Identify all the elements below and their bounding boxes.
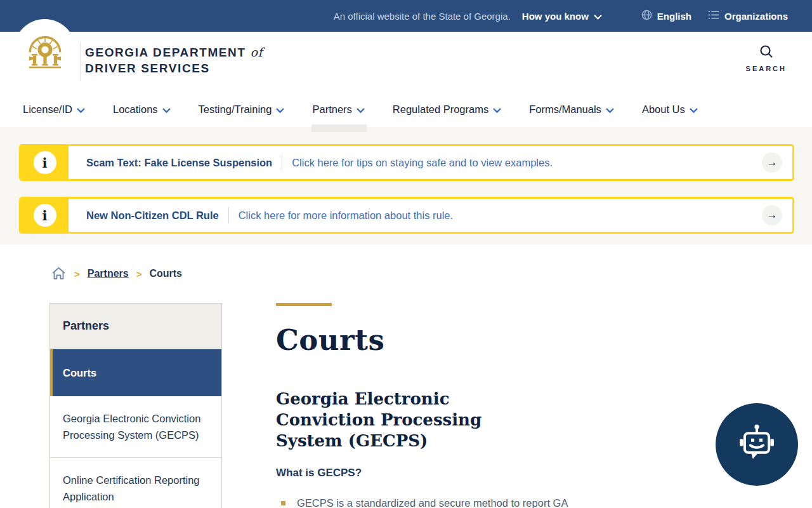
chevron-down-icon bbox=[162, 104, 171, 116]
nav-label: Regulated Programs bbox=[393, 104, 488, 116]
georgia-arch-icon bbox=[24, 28, 66, 72]
bullet-text: GECPS is a standardized and secure metho… bbox=[297, 495, 593, 508]
robot-chat-icon bbox=[734, 420, 780, 469]
breadcrumb-separator: > bbox=[74, 269, 80, 279]
chevron-down-icon bbox=[77, 104, 85, 116]
section-sidebar: Partners Courts Georgia Electronic Convi… bbox=[49, 303, 222, 508]
chevron-down-icon bbox=[594, 11, 602, 22]
brand-of: of bbox=[251, 45, 263, 59]
globe-icon bbox=[641, 10, 652, 22]
search-button[interactable]: SEARCH bbox=[746, 44, 787, 72]
nav-item-regulated-programs[interactable]: Regulated Programs bbox=[393, 92, 501, 127]
alert-title: New Non-Citizen CDL Rule bbox=[86, 210, 219, 222]
nav-label: Locations bbox=[113, 104, 158, 116]
nav-label: Forms/Manuals bbox=[529, 104, 601, 116]
nav-item-partners[interactable]: Partners bbox=[312, 92, 364, 127]
nav-item-license-id[interactable]: License/ID bbox=[23, 92, 85, 127]
breadcrumb-link-partners[interactable]: Partners bbox=[88, 268, 129, 279]
nav-label: Testing/Training bbox=[199, 104, 272, 116]
search-label: SEARCH bbox=[746, 65, 787, 72]
search-icon bbox=[759, 44, 774, 62]
alert-banner-cdl-rule[interactable]: i New Non-Citizen CDL Rule Click here fo… bbox=[19, 197, 794, 234]
chevron-down-icon bbox=[606, 104, 614, 116]
info-icon: i bbox=[34, 151, 56, 174]
nav-item-testing-training[interactable]: Testing/Training bbox=[199, 92, 285, 127]
alert-title: Scam Text: Fake License Suspension bbox=[86, 157, 272, 169]
list-item: GECPS is a standardized and secure metho… bbox=[276, 495, 593, 508]
language-selector[interactable]: English bbox=[641, 10, 691, 22]
chevron-down-icon bbox=[276, 104, 284, 116]
list-icon bbox=[708, 10, 719, 22]
page-title: Courts bbox=[276, 323, 622, 357]
gecps-bullet-list: GECPS is a standardized and secure metho… bbox=[276, 495, 593, 508]
alert-accent-block: i bbox=[21, 199, 69, 232]
how-you-know-label: How you know bbox=[522, 11, 589, 22]
language-label: English bbox=[657, 11, 691, 22]
official-website-text: An official website of the State of Geor… bbox=[334, 11, 511, 22]
sidebar-item-courts[interactable]: Courts bbox=[50, 349, 221, 396]
square-bullet-icon bbox=[281, 501, 285, 505]
alert-accent-block: i bbox=[21, 146, 69, 179]
nav-item-forms-manuals[interactable]: Forms/Manuals bbox=[529, 92, 614, 127]
sidebar-item-gecps[interactable]: Georgia Electronic Conviction Processing… bbox=[50, 396, 221, 458]
organizations-menu[interactable]: Organizations bbox=[708, 10, 788, 22]
alert-banner-scam-text[interactable]: i Scam Text: Fake License Suspension Cli… bbox=[19, 144, 794, 181]
nav-label: About Us bbox=[642, 104, 685, 116]
gold-accent-bar bbox=[276, 303, 332, 306]
section-heading: Georgia Electronic Conviction Processing… bbox=[276, 389, 542, 451]
alert-link-text[interactable]: Click here for more information about th… bbox=[239, 210, 453, 222]
breadcrumb-current-courts: Courts bbox=[149, 268, 182, 279]
chevron-down-icon bbox=[690, 104, 698, 116]
active-tab-indicator bbox=[311, 124, 366, 132]
breadcrumb-separator: > bbox=[136, 269, 142, 279]
chevron-down-icon bbox=[493, 104, 501, 116]
brand-divider bbox=[80, 42, 81, 81]
how-you-know-toggle[interactable]: How you know bbox=[522, 11, 602, 22]
agency-logo[interactable] bbox=[14, 19, 75, 81]
info-icon: i bbox=[34, 204, 56, 227]
nav-item-about-us[interactable]: About Us bbox=[642, 92, 698, 127]
brand-line1: GEORGIA DEPARTMENT bbox=[85, 46, 246, 59]
nav-item-locations[interactable]: Locations bbox=[113, 92, 171, 127]
chevron-down-icon bbox=[357, 104, 365, 116]
alert-divider bbox=[282, 154, 282, 171]
alert-link-text[interactable]: Click here for tips on staying safe and … bbox=[292, 157, 553, 169]
site-header: GEORGIA DEPARTMENT of DRIVER SERVICES SE… bbox=[0, 32, 812, 92]
alert-divider bbox=[228, 207, 229, 224]
breadcrumb: > Partners > Courts bbox=[51, 266, 812, 281]
arrow-right-icon[interactable]: → bbox=[762, 152, 782, 173]
question-heading: What is GECPS? bbox=[276, 467, 622, 479]
organizations-label: Organizations bbox=[724, 11, 788, 22]
brand-line2: DRIVER SERVICES bbox=[85, 60, 263, 76]
sidebar-title: Partners bbox=[50, 304, 221, 349]
primary-navigation: License/ID Locations Testing/Training Pa… bbox=[0, 92, 812, 127]
government-banner: An official website of the State of Geor… bbox=[0, 0, 812, 32]
main-content: Courts Georgia Electronic Conviction Pro… bbox=[276, 303, 622, 508]
chatbot-button[interactable] bbox=[716, 403, 798, 486]
agency-name[interactable]: GEORGIA DEPARTMENT of DRIVER SERVICES bbox=[85, 44, 263, 76]
home-icon[interactable] bbox=[51, 266, 67, 281]
nav-label: Partners bbox=[312, 104, 351, 116]
sidebar-item-online-certification[interactable]: Online Certification Reporting Applicati… bbox=[50, 458, 221, 508]
arrow-right-icon[interactable]: → bbox=[762, 205, 782, 225]
nav-label: License/ID bbox=[23, 104, 72, 116]
alerts-section: i Scam Text: Fake License Suspension Cli… bbox=[0, 127, 812, 244]
